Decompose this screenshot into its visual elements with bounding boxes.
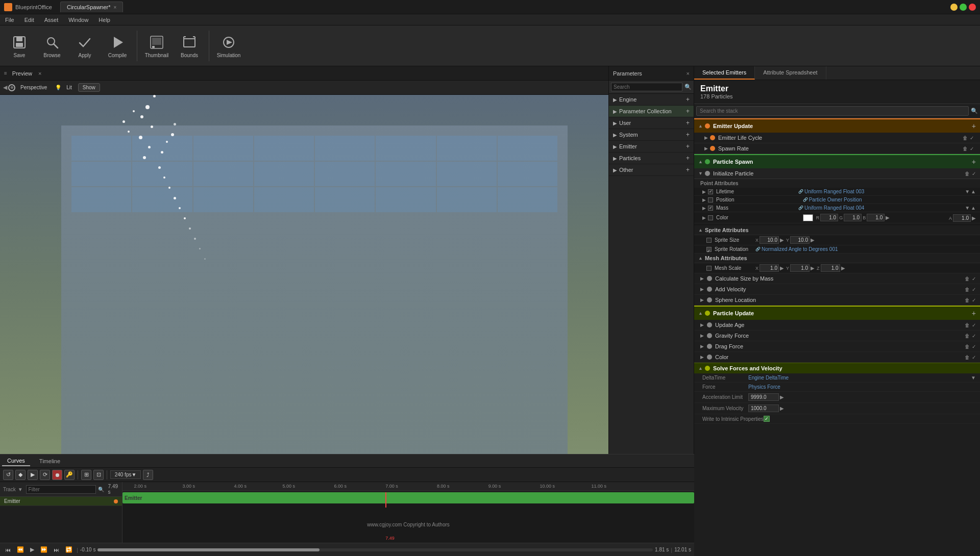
updateage-toggle[interactable]: ✓ — [972, 322, 976, 328]
sprite-size-y-field[interactable] — [790, 236, 810, 244]
color-b-field[interactable] — [867, 214, 885, 221]
sprite-attr-header[interactable]: ▲ Sprite Attributes — [694, 225, 980, 235]
lifetime-down[interactable]: ▼ — [965, 189, 970, 194]
thumbnail-button[interactable]: Thumbnail — [141, 28, 172, 64]
init-toggle[interactable]: ✓ — [972, 171, 976, 176]
emitter-add[interactable]: + — [686, 143, 690, 150]
mesh-scale-y-field[interactable] — [790, 264, 810, 272]
menu-edit[interactable]: Edit — [22, 16, 36, 24]
other-add[interactable]: + — [686, 166, 690, 173]
mass-up[interactable]: ▲ — [971, 205, 976, 211]
frame-button[interactable]: ⊞ — [81, 470, 91, 480]
perspective-label[interactable]: Perspective — [16, 84, 51, 91]
lit-button[interactable]: Lit — [62, 84, 76, 91]
undo-button[interactable]: ↺ — [3, 470, 13, 480]
footer-prev-frame[interactable]: ⏪ — [15, 545, 26, 554]
mass-link[interactable]: 🔗 Uniform Ranged Float 004 — [798, 205, 864, 211]
mesh-attr-header[interactable]: ▲ Mesh Attributes — [694, 254, 980, 263]
minimize-button[interactable] — [950, 4, 958, 11]
particle-update-add[interactable]: + — [972, 309, 976, 317]
drag-toggle[interactable]: ✓ — [972, 344, 976, 349]
track-row-emitter[interactable]: Emitter — [0, 497, 122, 506]
footer-next-frame[interactable]: ⏩ — [38, 545, 50, 554]
mesh-scale-z-field[interactable] — [821, 264, 840, 272]
particle-spawn-header[interactable]: ▲ Particle Spawn + — [694, 154, 980, 168]
params-section-user[interactable]: ▶ User + — [609, 117, 694, 129]
footer-loop[interactable]: 🔁 — [63, 545, 75, 554]
apply-button[interactable]: Apply — [69, 28, 100, 64]
menu-help[interactable]: Help — [96, 16, 112, 24]
emitter-update-header[interactable]: ▲ Emitter Update + — [694, 118, 980, 133]
calc-delete[interactable]: 🗑 — [965, 276, 970, 282]
stack-item-update-age[interactable]: ▶ Update Age 🗑 ✓ — [694, 320, 980, 331]
color-r-field[interactable] — [820, 214, 838, 221]
mass-checkbox[interactable] — [708, 206, 713, 211]
sprite-size-cb[interactable] — [706, 238, 712, 243]
system-add[interactable]: + — [686, 131, 690, 138]
color-checkbox[interactable] — [708, 215, 713, 220]
stack-item-spawn-rate[interactable]: ▶ Spawn Rate 🗑 ✓ — [694, 143, 980, 154]
snap-button[interactable]: ⊡ — [93, 470, 104, 480]
solve-forces-header[interactable]: ▲ Solve Forces and Velocity — [694, 363, 980, 373]
play-button[interactable]: ▶ — [28, 470, 38, 480]
stack-item-add-velocity[interactable]: ▶ Add Velocity 🗑 ✓ — [694, 284, 980, 295]
show-button[interactable]: Show — [78, 83, 100, 92]
menu-file[interactable]: File — [3, 16, 16, 24]
mesh-x-expand[interactable]: ▶ — [780, 265, 784, 271]
position-link[interactable]: 🔗 Particle Owner Position — [803, 197, 862, 203]
record-button[interactable]: ⏺ — [52, 470, 62, 480]
compile-button[interactable]: Compile — [102, 28, 133, 64]
emitter-timeline-bar[interactable]: Emitter — [122, 492, 694, 503]
color-expand[interactable]: ▶ — [886, 215, 890, 220]
params-search-input[interactable] — [611, 83, 682, 91]
particle-update-header[interactable]: ▲ Particle Update + — [694, 306, 980, 320]
mesh-scale-cb[interactable] — [706, 266, 712, 271]
accel-field[interactable] — [748, 393, 779, 401]
lifecycle-delete[interactable]: 🗑 — [963, 135, 968, 141]
viewport-close[interactable]: × — [38, 70, 41, 77]
tab-selected-emitters[interactable]: Selected Emitters — [694, 66, 755, 80]
tab-close[interactable]: × — [114, 5, 117, 10]
accel-expand[interactable]: ▶ — [780, 394, 784, 400]
mesh-z-expand[interactable]: ▶ — [841, 265, 845, 271]
tab-curves[interactable]: Curves — [2, 456, 30, 466]
sprite-rotation-link[interactable]: 🔗 Normalized Angle to Degrees 001 — [755, 246, 838, 252]
lifetime-up[interactable]: ▲ — [971, 189, 976, 194]
updateage-delete[interactable]: 🗑 — [965, 322, 970, 328]
params-section-particles[interactable]: ▶ Particles + — [609, 153, 694, 164]
autokey-button[interactable]: 🔑 — [64, 470, 75, 480]
params-section-emitter[interactable]: ▶ Emitter + — [609, 141, 694, 153]
param-collection-add[interactable]: + — [686, 108, 690, 115]
deltatime-link[interactable]: Engine DeltaTime — [748, 375, 789, 381]
color2-toggle[interactable]: ✓ — [972, 355, 976, 360]
params-close[interactable]: × — [687, 70, 690, 77]
color-a-field[interactable] — [953, 214, 971, 222]
gravity-delete[interactable]: 🗑 — [965, 333, 970, 339]
stack-item-calc-size[interactable]: ▶ Calculate Size by Mass 🗑 ✓ — [694, 273, 980, 284]
filter-input[interactable] — [26, 485, 96, 494]
engine-add[interactable]: + — [686, 96, 690, 103]
keyframe-button[interactable]: ◆ — [15, 470, 26, 480]
lifecycle-toggle[interactable]: ✓ — [970, 135, 974, 141]
save-button[interactable]: Save — [4, 28, 35, 64]
mesh-y-expand[interactable]: ▶ — [811, 265, 815, 271]
maxvel-expand[interactable]: ▶ — [780, 406, 784, 411]
sprite-size-x-expand[interactable]: ▶ — [780, 237, 784, 243]
maxvel-field[interactable] — [748, 405, 779, 412]
timeline-area[interactable]: 2.00 s 3.00 s 4.00 s 5.00 s 6.00 s 7.00 … — [122, 482, 694, 543]
calc-toggle[interactable]: ✓ — [972, 276, 976, 282]
force-link[interactable]: Physics Force — [748, 384, 780, 390]
stack-item-emitter-lifecycle[interactable]: ▶ Emitter Life Cycle 🗑 ✓ — [694, 133, 980, 143]
footer-next-end[interactable]: ⏭ — [52, 546, 61, 554]
user-add[interactable]: + — [686, 119, 690, 127]
color-a-expand[interactable]: ▶ — [972, 215, 976, 221]
deltatime-expand[interactable]: ▼ — [971, 375, 976, 381]
spawn-rate-toggle[interactable]: ✓ — [970, 146, 974, 151]
drag-delete[interactable]: 🗑 — [965, 344, 970, 349]
stack-item-drag[interactable]: ▶ Drag Force 🗑 ✓ — [694, 341, 980, 352]
params-section-param-collection[interactable]: ▶ Parameter Collection + — [609, 106, 694, 117]
main-tab[interactable]: CircularSpawner* × — [60, 2, 123, 12]
gravity-toggle[interactable]: ✓ — [972, 333, 976, 339]
stack-search-input[interactable] — [696, 106, 969, 116]
sphere-delete[interactable]: 🗑 — [965, 297, 970, 303]
